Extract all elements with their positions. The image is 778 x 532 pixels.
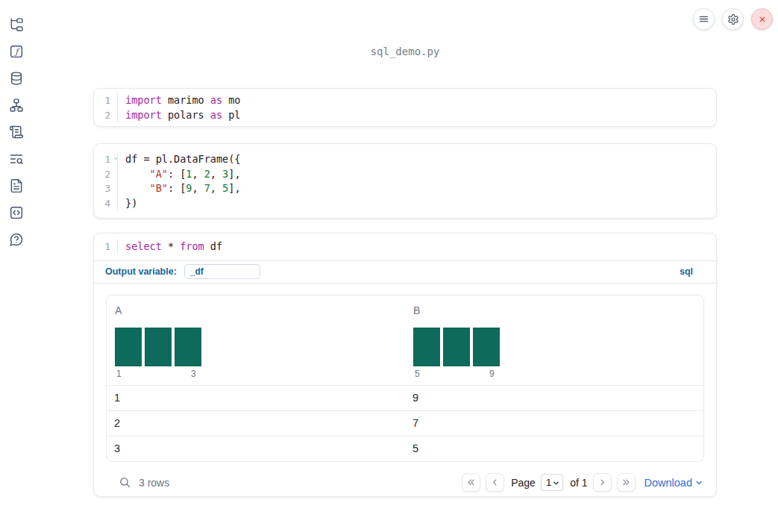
cell-output: A13B59 192735 3 rows Page 1 [94, 284, 716, 497]
histogram-axis: 59 [413, 369, 696, 381]
code-square-icon [9, 205, 24, 220]
gear-icon [727, 13, 739, 25]
code-editor[interactable]: 1import marimo as mo2import polars as pl [94, 89, 716, 127]
table-cell[interactable]: 7 [405, 411, 703, 436]
prev-page-button[interactable] [486, 473, 504, 492]
sidebar-item-datasources[interactable] [7, 69, 26, 88]
histogram-bar[interactable] [115, 328, 142, 366]
chevron-down-icon [552, 479, 560, 487]
notebook: sql_demo.py 1import marimo as mo2import … [93, 0, 717, 532]
row-count: 3 rows [139, 477, 169, 489]
output-variable-row: Output variable: sql [94, 261, 716, 284]
table-row[interactable]: 19 [107, 385, 703, 410]
text-search-icon [9, 151, 24, 166]
column-label: B [413, 304, 696, 317]
column-header-B[interactable]: B59 [405, 295, 703, 385]
histogram-bar[interactable] [413, 328, 440, 366]
chevrons-right-icon [621, 478, 631, 487]
notebook-filename: sql_demo.py [93, 46, 717, 57]
code-line[interactable]: 2 "A": [1, 2, 3], [94, 167, 716, 182]
last-page-button[interactable] [617, 473, 636, 492]
close-button[interactable] [751, 8, 773, 30]
sidebar-item-scratchpad[interactable] [7, 122, 26, 142]
axis-max-label: 9 [489, 369, 495, 379]
download-label: Download [644, 477, 693, 489]
line-number: 2 [94, 108, 118, 123]
sidebar-item-logs[interactable] [7, 149, 26, 169]
page-select-value: 1 [546, 477, 551, 488]
code-text: select * from df [118, 240, 222, 254]
code-cell-imports[interactable]: 1import marimo as mo2import polars as pl [93, 88, 717, 127]
sidebar-item-dependency-graph[interactable] [7, 96, 26, 115]
line-number: 1 [94, 93, 118, 108]
function-square-icon: ƒ [9, 44, 24, 59]
code-line[interactable]: 2import polars as pl [94, 108, 716, 123]
sidebar-item-snippets[interactable] [7, 203, 26, 222]
line-number: 1⌄ [94, 152, 118, 167]
sidebar: ƒ [0, 0, 33, 532]
column-header-A[interactable]: A13 [107, 295, 405, 385]
sql-editor[interactable]: 1select * from df [94, 234, 716, 261]
table-row[interactable]: 35 [107, 436, 703, 461]
histogram-bar[interactable] [473, 328, 500, 366]
scroll-text-icon [9, 125, 24, 140]
code-line[interactable]: 3 "B": [9, 7, 5], [94, 181, 716, 196]
column-label: A [115, 304, 398, 317]
fold-chevron-icon[interactable]: ⌄ [114, 150, 118, 165]
sidebar-item-variables[interactable]: ƒ [7, 42, 26, 61]
code-text: df = pl.DataFrame({ [118, 152, 240, 167]
axis-min-label: 5 [415, 369, 420, 379]
table-cell[interactable]: 2 [107, 411, 405, 436]
help-circle-icon [9, 232, 24, 247]
chevron-left-icon [490, 478, 500, 487]
sidebar-item-help[interactable] [7, 230, 26, 249]
output-variable-label: Output variable: [105, 266, 177, 277]
histogram-bar[interactable] [145, 328, 172, 366]
histogram-bar[interactable] [443, 328, 470, 366]
table-cell[interactable]: 1 [107, 386, 405, 410]
sidebar-item-documentation[interactable] [7, 176, 26, 195]
file-tree-icon [9, 17, 24, 32]
code-line[interactable]: 4}) [94, 196, 716, 211]
code-line[interactable]: 1import marimo as mo [94, 93, 716, 108]
code-line[interactable]: 1select * from df [94, 240, 716, 254]
search-button[interactable] [119, 476, 131, 489]
table-row[interactable]: 27 [107, 410, 703, 436]
code-text: import marimo as mo [118, 93, 240, 108]
first-page-button[interactable] [462, 473, 480, 492]
histogram[interactable] [115, 328, 398, 366]
code-editor[interactable]: 1⌄df = pl.DataFrame({2 "A": [1, 2, 3],3 … [94, 144, 716, 219]
sidebar-item-file-explorer[interactable] [7, 15, 26, 34]
language-badge[interactable]: sql [680, 266, 693, 277]
next-page-button[interactable] [593, 473, 612, 492]
chevron-down-icon [694, 478, 703, 487]
code-cell-dataframe[interactable]: 1⌄df = pl.DataFrame({2 "A": [1, 2, 3],3 … [93, 143, 717, 219]
sql-cell[interactable]: 1select * from df Output variable: sql A… [93, 233, 717, 497]
file-text-icon [9, 178, 24, 193]
histogram[interactable] [413, 328, 696, 366]
histogram-bar[interactable] [175, 328, 201, 366]
page-select[interactable]: 1 [541, 474, 563, 491]
settings-button[interactable] [722, 8, 744, 30]
table-footer: 3 rows Page 1 of 1 [106, 469, 704, 497]
output-variable-input[interactable] [184, 264, 260, 279]
line-number: 2 [94, 167, 118, 182]
table-cell[interactable]: 5 [405, 436, 703, 461]
code-line[interactable]: 1⌄df = pl.DataFrame({ [94, 152, 716, 167]
close-icon [757, 14, 768, 25]
table-body: 192735 [107, 385, 703, 461]
table-cell[interactable]: 3 [107, 436, 405, 461]
svg-text:ƒ: ƒ [13, 47, 20, 57]
line-number: 4 [94, 196, 118, 211]
database-icon [9, 71, 24, 86]
code-text: "A": [1, 2, 3], [118, 167, 241, 182]
table-cell[interactable]: 9 [405, 386, 703, 410]
page-label: Page [511, 477, 536, 489]
code-text: import polars as pl [118, 108, 240, 123]
download-button[interactable]: Download [644, 477, 704, 489]
line-number: 1 [94, 240, 118, 254]
table-header-row: A13B59 [107, 295, 703, 385]
code-text: }) [118, 196, 137, 211]
search-icon [119, 476, 131, 489]
axis-max-label: 3 [191, 369, 196, 379]
